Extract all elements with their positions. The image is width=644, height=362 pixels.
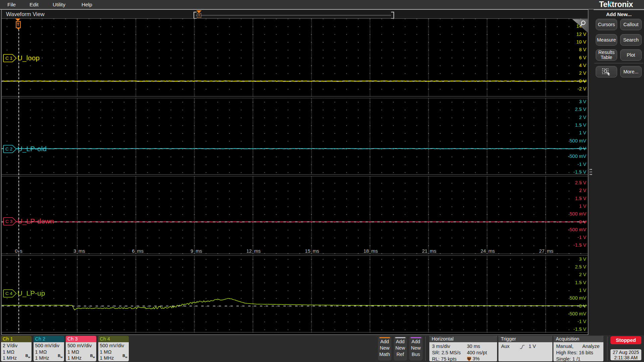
- ch2-bw-limit: Bw: [58, 353, 62, 361]
- panel-drag-handle[interactable]: [589, 168, 592, 176]
- ch3-zero-line: [2, 222, 588, 222]
- right-panel-divider: [594, 63, 643, 63]
- horizontal-trigger-pos: T 3%: [467, 356, 480, 361]
- menu-file[interactable]: File: [7, 0, 16, 9]
- zoom-select-icon: [601, 68, 611, 76]
- horizontal-header: Horizontal: [429, 336, 497, 342]
- svg-text:C 4: C 4: [5, 291, 13, 296]
- acquisition-analyze: Analyze: [582, 344, 600, 349]
- horizontal-panel[interactable]: Horizontal 3 ms/div 30 ms SR: 2.5 MS/s 4…: [429, 336, 497, 361]
- trigger-level: 1 V: [529, 344, 536, 349]
- ch2-badge[interactable]: C 2: [3, 144, 17, 154]
- trace-ch4: [2, 298, 587, 310]
- add-new-bus-button[interactable]: AddNewBus: [409, 336, 423, 361]
- right-panel: Add New... Cursors Callout Measure Searc…: [588, 9, 644, 335]
- ch1-label[interactable]: U_loop: [17, 54, 40, 62]
- bottom-bar: Ch 1 2 V/div1 MΩ1 MHzBw Ch 2 500 mV/div1…: [0, 335, 644, 362]
- ch1-card-body: 2 V/div1 MΩ1 MHzBw: [1, 342, 32, 361]
- record-view-trigger-marker[interactable]: T: [197, 13, 201, 18]
- ch3-settings-card[interactable]: Ch 3 500 mV/div1 MΩ1 MHzBw: [66, 336, 96, 361]
- add-new-ref-button[interactable]: AddNewRef: [394, 336, 407, 361]
- trigger-top-marker[interactable]: T: [16, 21, 21, 28]
- acquisition-detail: High Res: 16 bits: [556, 350, 593, 355]
- ch4-settings-card[interactable]: Ch 4 500 mV/div1 MΩ1 MHzBw: [98, 336, 129, 361]
- ch2-card-body: 500 mV/div1 MΩ1 MHzBw: [34, 342, 64, 361]
- ch3-bw-limit: Bw: [90, 353, 95, 361]
- ch1-bw-limit: Bw: [25, 353, 30, 361]
- ch3-badge[interactable]: C 3: [3, 217, 17, 226]
- ch2-settings-card[interactable]: Ch 2 500 mV/div1 MΩ1 MHzBw: [34, 336, 64, 361]
- trigger-top-marker-point: [17, 28, 20, 30]
- ch1-settings-card[interactable]: Ch 1 2 V/div1 MΩ1 MHzBw: [1, 336, 32, 361]
- add-new-math-button[interactable]: AddNewMath: [378, 336, 391, 361]
- acquisition-header: Acquisition: [553, 336, 603, 342]
- ch1-zero-line: [2, 81, 588, 81]
- add-new-header: Add New...: [594, 9, 644, 18]
- bottom-divider-1: [425, 337, 426, 361]
- plot-button[interactable]: Plot: [620, 49, 642, 61]
- svg-text:C 2: C 2: [5, 146, 12, 152]
- ch2-label[interactable]: U_LP-old: [17, 145, 47, 153]
- ch3-label[interactable]: U_LP-down: [17, 217, 54, 225]
- svg-text:C 1: C 1: [5, 56, 12, 61]
- tektronix-logo: Tektronix: [599, 0, 644, 9]
- ch4-badge[interactable]: C 4: [3, 289, 17, 298]
- ch3-card-header: Ch 3: [66, 336, 96, 342]
- ch4-card-header: Ch 4: [98, 336, 129, 342]
- record-view-right-bracket: [391, 12, 394, 19]
- acquisition-panel[interactable]: Acquisition Manual, Analyze High Res: 16…: [553, 336, 603, 361]
- horizontal-window: 30 ms: [467, 344, 480, 349]
- trigger-top-arrow[interactable]: [14, 18, 21, 21]
- waveform-display[interactable]: 14 V12 V10 V8 V6 V4 V2 V0 V-2 V3 V2.5 V2…: [2, 18, 588, 335]
- ch4-card-body: 500 mV/div1 MΩ1 MHzBw: [98, 342, 129, 361]
- trigger-header: Trigger: [498, 336, 552, 342]
- search-button[interactable]: Search: [620, 34, 642, 46]
- horizontal-record-length: RL: 75 kpts: [432, 356, 457, 361]
- horizontal-sample-rate: SR: 2.5 MS/s: [432, 350, 461, 355]
- date-text: 27 Aug 2025: [610, 350, 641, 355]
- oscilloscope-screen: File Edit Utility Help Tektronix Wavefor…: [0, 0, 644, 362]
- waveform-view-title: Waveform View: [6, 11, 45, 17]
- zoom-select-button[interactable]: [596, 66, 617, 77]
- waveform-view-titlebar[interactable]: Waveform View: [2, 10, 588, 18]
- svg-text:C 3: C 3: [5, 219, 12, 224]
- record-view-trigger-arrow[interactable]: [196, 10, 202, 13]
- menu-utility[interactable]: Utility: [53, 0, 65, 9]
- ch2-card-header: Ch 2: [34, 336, 64, 342]
- bottom-divider-2: [607, 337, 607, 361]
- run-status-badge[interactable]: Stopped: [610, 336, 641, 344]
- trigger-pos-icon: T: [467, 357, 471, 361]
- ch2-zero-line: [2, 148, 588, 149]
- datetime-badge[interactable]: 27 Aug 20252:11:38 AM: [610, 349, 641, 360]
- ch4-bw-limit: Bw: [122, 353, 127, 361]
- acquisition-mode: Manual,: [556, 344, 574, 349]
- cursors-button[interactable]: Cursors: [596, 19, 617, 30]
- time-text: 2:11:38 AM: [610, 355, 641, 360]
- results-table-button[interactable]: Results Table: [596, 49, 617, 61]
- ch4-label[interactable]: U_LP-up: [17, 289, 45, 297]
- ch1-badge[interactable]: C 1: [3, 54, 17, 63]
- trigger-slope-icon: [519, 344, 525, 350]
- ch1-card-header: Ch 1: [1, 336, 32, 342]
- horizontal-scale: 3 ms/div: [432, 344, 450, 349]
- waveform-traces: [2, 18, 588, 333]
- ch3-card-body: 500 mV/div1 MΩ1 MHzBw: [66, 342, 96, 361]
- record-view-line: [196, 15, 391, 16]
- menu-help[interactable]: Help: [82, 0, 92, 9]
- svg-text:T: T: [468, 357, 470, 360]
- trigger-source: Aux: [501, 344, 509, 349]
- callout-button[interactable]: Callout: [620, 19, 642, 30]
- trigger-panel[interactable]: Trigger Aux 1 V: [498, 336, 552, 361]
- logo-k-slash: [608, 1, 612, 7]
- horizontal-resolution: 400 ns/pt: [467, 350, 487, 355]
- more-button[interactable]: More...: [620, 66, 642, 77]
- menu-edit[interactable]: Edit: [30, 0, 39, 9]
- brand-text: Tektronix: [599, 0, 633, 9]
- acquisition-single: Single: 1 /1: [556, 356, 581, 361]
- measure-button[interactable]: Measure: [596, 34, 617, 46]
- menu-bar: File Edit Utility Help: [0, 0, 644, 9]
- ch4-zero-line: [2, 306, 588, 306]
